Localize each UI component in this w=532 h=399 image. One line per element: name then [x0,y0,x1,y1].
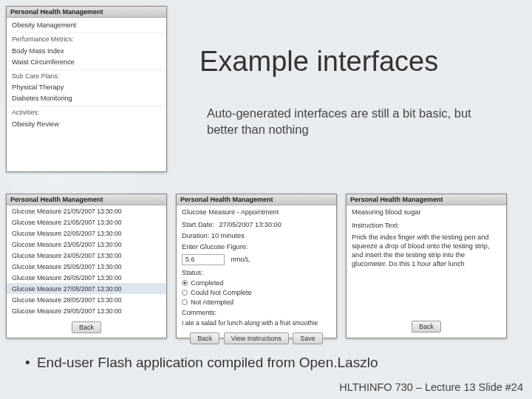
panel-instructions: Personal Health Management Measuring blo… [346,194,507,338]
status-option[interactable]: Not Attempted [177,297,336,307]
comments-text[interactable]: I ate a salad for lunch along with a fru… [177,318,336,329]
radio-icon[interactable] [182,299,188,305]
instruction-text: Prick the index finger with the testing … [347,231,506,270]
condition-row[interactable]: Obesity Management [7,18,166,33]
window-title: Personal Health Management [177,194,336,205]
window-title: Personal Health Management [7,194,166,205]
back-button[interactable]: Back [190,332,219,344]
start-date-label: Start Date: [182,221,214,228]
comments-label: Comments: [177,307,336,318]
list-item[interactable]: Glucose Measure 26/05/2007 13:30:00 [7,272,166,283]
list-item[interactable]: Diabetes Monitoring [7,93,166,107]
list-item[interactable]: Glucose Measure 29/05/2007 13:30:00 [7,305,166,316]
list-item[interactable]: Glucose Measure 28/05/2007 13:30:00 [7,294,166,305]
list-item[interactable]: Glucose Measure 25/05/2007 13:30:00 [7,261,166,272]
instruction-label: Instruction Text: [347,218,506,231]
duration-row: Duration: 10 minutes [177,230,336,241]
list-item[interactable]: Glucose Measure 21/05/2007 13:30:00 [7,216,166,228]
list-item[interactable]: Glucose Measure 22/05/2007 13:30:00 [7,228,166,239]
plans-label: Sub Care Plans: [7,70,166,82]
instruction-heading: Measuring blood sugar [347,205,506,218]
list-item[interactable]: Body Mass Index [7,45,166,56]
slide-bullet: End-user Flash application compiled from… [25,355,378,371]
start-date-value: 27/05/2007 13:30:00 [219,221,281,228]
glucose-input[interactable]: 5.6 [182,254,225,265]
back-button[interactable]: Back [72,321,101,333]
panel-history: Personal Health Management Glucose Measu… [6,194,167,338]
appointment-heading: Glucose Measure - Appointment [177,205,336,219]
status-option[interactable]: Could Not Complete [177,287,336,297]
enter-label: Enter Glucose Figure: [177,241,336,252]
start-date-row: Start Date: 27/05/2007 13:30:00 [177,219,336,230]
panel-appointment: Personal Health Management Glucose Measu… [176,194,337,338]
slide-title: Example interfaces [200,46,438,78]
radio-icon[interactable] [182,280,188,286]
status-label: Status: [177,267,336,278]
list-item[interactable]: Glucose Measure 24/05/2007 13:30:00 [7,250,166,261]
window-title: Personal Health Management [347,194,506,205]
panel-overview: Personal Health Management Obesity Manag… [6,6,167,172]
slide-subtitle: Auto-generated interfaces are still a bi… [207,105,488,138]
metrics-label: Performance Metrics: [7,33,166,45]
list-item[interactable]: Glucose Measure 27/05/2007 13:30:00 [7,283,166,294]
list-item[interactable]: Physical Therapy [7,82,166,93]
list-item[interactable]: Waist Circumference [7,56,166,70]
status-option[interactable]: Completed [177,278,336,287]
list-item[interactable]: Glucose Measure 21/05/2007 13:30:00 [7,205,166,216]
view-instructions-button[interactable]: View Instructions [224,332,289,344]
save-button[interactable]: Save [293,332,323,344]
list-item[interactable]: Obesity Review [7,118,166,129]
activities-label: Activities: [7,106,166,118]
radio-icon[interactable] [182,290,188,296]
glucose-input-row: 5.6 nmo/L [177,252,336,267]
window-title: Personal Health Management [7,7,166,18]
list-item[interactable]: Glucose Measure 23/05/2007 13:30:00 [7,239,166,250]
slide-footer: HLTHINFO 730 – Lecture 13 Slide #24 [0,381,523,393]
status-group: CompletedCould Not CompleteNot Attempted [177,278,336,307]
history-list: Glucose Measure 21/05/2007 13:30:00Gluco… [7,205,166,316]
glucose-unit: nmo/L [231,256,250,263]
back-button[interactable]: Back [412,321,441,332]
